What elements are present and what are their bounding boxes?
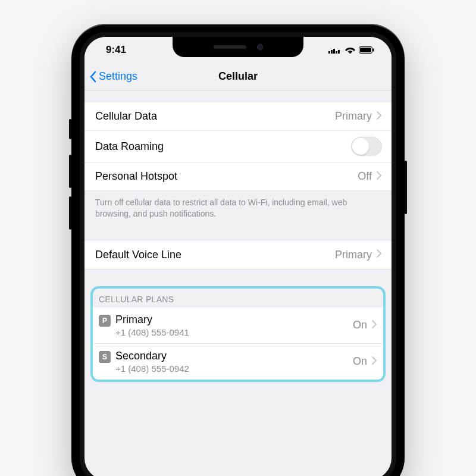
status-time: 9:41: [98, 44, 126, 56]
screen: 9:41: [80, 32, 396, 476]
status-indicators: [328, 46, 378, 54]
plan-badge-icon: P: [99, 315, 111, 327]
plan-primary-status: On: [353, 319, 367, 331]
back-label: Settings: [99, 70, 137, 83]
svg-rect-8: [373, 49, 374, 52]
notch: [173, 37, 303, 57]
plan-secondary-name: Secondary: [115, 350, 189, 362]
svg-rect-3: [336, 51, 337, 54]
chevron-right-icon: [372, 356, 377, 367]
row-plan-secondary[interactable]: S Secondary +1 (408) 555-0942 On: [93, 344, 383, 380]
chevron-left-icon: [89, 71, 96, 83]
default-voice-label: Default Voice Line: [95, 249, 181, 261]
plan-primary-text: Primary +1 (408) 555-0941: [115, 314, 189, 337]
svg-rect-1: [331, 50, 333, 54]
plan-secondary-left: S Secondary +1 (408) 555-0942: [99, 350, 189, 374]
group-cellular: Cellular Data Primary Data Roaming Perso…: [84, 102, 392, 222]
svg-rect-4: [338, 50, 340, 54]
chevron-right-icon: [377, 249, 382, 260]
speaker-grille: [214, 45, 246, 49]
row-plan-primary[interactable]: P Primary +1 (408) 555-0941 On: [93, 308, 383, 344]
row-default-voice-line[interactable]: Default Voice Line Primary: [84, 241, 392, 270]
plan-primary-name: Primary: [115, 314, 189, 326]
plan-primary-number: +1 (408) 555-0941: [115, 327, 189, 337]
mute-switch: [69, 119, 71, 139]
switch-knob: [352, 138, 369, 155]
plan-secondary-status: On: [353, 355, 367, 368]
svg-rect-0: [328, 51, 330, 54]
chevron-right-icon: [377, 171, 382, 182]
chevron-right-icon: [372, 320, 377, 331]
cellular-plans-highlight: CELLULAR PLANS P Primary +1 (408) 555-09…: [90, 286, 386, 382]
cellular-data-label: Cellular Data: [95, 110, 157, 123]
svg-rect-7: [360, 48, 371, 52]
row-data-roaming[interactable]: Data Roaming: [84, 131, 392, 162]
dual-signal-icon: [328, 46, 342, 54]
battery-icon: [359, 46, 375, 54]
plan-badge-icon: S: [99, 351, 111, 363]
cellular-plans-header: CELLULAR PLANS: [93, 289, 383, 308]
svg-point-5: [349, 52, 350, 54]
nav-bar: Settings Cellular: [84, 63, 392, 90]
back-button[interactable]: Settings: [84, 70, 137, 83]
plan-primary-left: P Primary +1 (408) 555-0941: [99, 314, 189, 337]
volume-up-button: [69, 155, 71, 188]
row-cellular-data[interactable]: Cellular Data Primary: [84, 102, 392, 131]
row-personal-hotspot[interactable]: Personal Hotspot Off: [84, 162, 392, 191]
plan-secondary-number: +1 (408) 555-0942: [115, 364, 189, 374]
chevron-right-icon: [377, 111, 382, 122]
cellular-footer-text: Turn off cellular data to restrict all d…: [84, 191, 392, 222]
svg-rect-2: [333, 49, 335, 54]
power-button: [405, 161, 407, 214]
default-voice-value: Primary: [335, 249, 372, 261]
data-roaming-label: Data Roaming: [95, 140, 164, 153]
group-voice: Default Voice Line Primary: [84, 241, 392, 270]
phone-frame: 9:41: [71, 24, 405, 476]
plan-secondary-text: Secondary +1 (408) 555-0942: [115, 350, 189, 374]
content: Cellular Data Primary Data Roaming Perso…: [84, 102, 392, 382]
front-camera: [257, 44, 263, 50]
volume-down-button: [69, 196, 71, 230]
wifi-icon: [345, 46, 355, 54]
data-roaming-switch[interactable]: [351, 137, 382, 156]
personal-hotspot-label: Personal Hotspot: [95, 170, 177, 183]
cellular-data-value: Primary: [335, 110, 372, 123]
personal-hotspot-value: Off: [358, 170, 372, 183]
